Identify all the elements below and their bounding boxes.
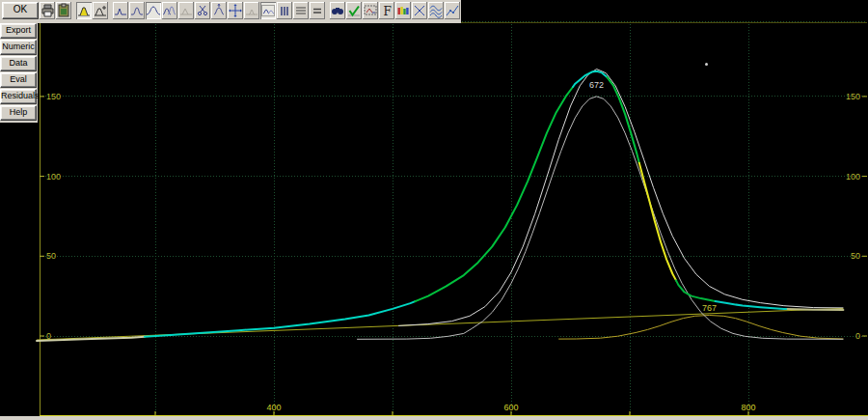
locked-peak-button[interactable] xyxy=(244,2,259,19)
scan-binoculars-icon xyxy=(330,3,345,18)
pan-move-button[interactable] xyxy=(228,2,243,19)
review-box-button[interactable] xyxy=(363,2,378,19)
peak-baseline-plus-button[interactable] xyxy=(93,2,108,19)
pan-move-icon xyxy=(228,3,243,18)
printer-icon xyxy=(40,3,55,18)
numeric-button[interactable]: Numeric xyxy=(0,40,37,55)
cursor-dot xyxy=(705,63,708,66)
bottom-edge xyxy=(0,416,868,420)
overlay-curves-icon xyxy=(428,3,444,18)
y-tick-label-right: 50 xyxy=(851,251,860,261)
locked-peak-icon xyxy=(244,3,259,18)
peak-label: 672 xyxy=(589,80,604,90)
accept-check-button[interactable] xyxy=(346,2,362,19)
clipboard-button[interactable] xyxy=(56,2,71,19)
fit-function-button[interactable]: F xyxy=(379,2,394,19)
x-tick-label: 800 xyxy=(741,403,755,412)
export-button[interactable]: Export xyxy=(0,23,37,39)
peak-baseline-plus-icon xyxy=(93,3,108,18)
deconvolve-button[interactable] xyxy=(412,2,427,19)
cut-section-icon xyxy=(195,3,210,18)
toolbar: OK F xyxy=(0,0,461,23)
help-button[interactable]: Help xyxy=(0,105,37,121)
narrow-peak-icon xyxy=(113,3,128,18)
narrow-peak-button[interactable] xyxy=(113,2,128,19)
trend-line-button[interactable] xyxy=(445,2,460,19)
printer-button[interactable] xyxy=(40,2,55,19)
data-list-button[interactable] xyxy=(293,2,309,19)
bar-graph-button[interactable] xyxy=(277,2,292,19)
measured-data-segment xyxy=(788,309,844,310)
x-tick-label: 600 xyxy=(503,403,518,412)
color-segments-icon xyxy=(395,3,411,18)
y-tick-label-left: 100 xyxy=(46,172,61,182)
double-peak-button[interactable] xyxy=(162,2,177,19)
equals-icon xyxy=(310,3,325,18)
overlay-curves-button[interactable] xyxy=(428,2,444,19)
plot-area[interactable]: 005050100100150150400600800672767 xyxy=(0,0,868,420)
y-tick-label-left: 50 xyxy=(46,251,56,261)
y-tick-label-left: 150 xyxy=(46,92,61,101)
hidden-peak-button[interactable] xyxy=(178,2,194,19)
y-tick-label-right: 150 xyxy=(846,92,860,101)
fit-function-icon: F xyxy=(379,3,394,18)
plot-background xyxy=(0,0,868,420)
zoom-peaks-button[interactable] xyxy=(260,2,276,19)
double-peak-icon xyxy=(162,3,177,18)
eval-button[interactable]: Eval xyxy=(0,72,37,88)
svg-text:F: F xyxy=(384,5,392,18)
peak-adjust-button[interactable] xyxy=(211,2,227,19)
ok-button[interactable]: OK xyxy=(2,2,39,19)
equals-button[interactable] xyxy=(310,2,325,19)
peak-baseline-add-icon xyxy=(76,3,92,18)
peak-baseline-add-button[interactable] xyxy=(76,2,92,19)
wide-peak-button[interactable] xyxy=(146,2,161,19)
bar-graph-icon xyxy=(277,3,292,18)
data-list-icon xyxy=(293,3,309,18)
data-button[interactable]: Data xyxy=(0,56,37,71)
review-box-icon xyxy=(363,3,378,18)
wide-peak-icon xyxy=(146,3,161,18)
hidden-peak-icon xyxy=(178,3,194,18)
peakfit-window: { "toolbar": { "ok_label": "OK", "button… xyxy=(0,0,868,420)
residuals-button[interactable]: Residuals xyxy=(0,89,37,104)
deconvolve-icon xyxy=(412,3,427,18)
sidebar: Export Numeric Data Eval Residuals Help xyxy=(0,23,38,123)
peak-adjust-icon xyxy=(211,3,227,18)
y-tick-label-right: 100 xyxy=(846,172,860,182)
toolbar-buttons: F xyxy=(40,2,461,19)
peak-label: 767 xyxy=(702,303,717,313)
clipboard-icon xyxy=(56,3,71,18)
medium-peak-button[interactable] xyxy=(129,2,145,19)
y-tick-label-right: 0 xyxy=(855,331,860,341)
trend-line-icon xyxy=(445,3,460,18)
x-tick-label: 400 xyxy=(266,403,281,412)
zoom-peaks-icon xyxy=(260,3,276,18)
color-segments-button[interactable] xyxy=(395,2,411,19)
accept-check-icon xyxy=(346,3,362,18)
medium-peak-icon xyxy=(129,3,145,18)
cut-section-button[interactable] xyxy=(195,2,210,19)
scan-binoculars-button[interactable] xyxy=(330,2,345,19)
